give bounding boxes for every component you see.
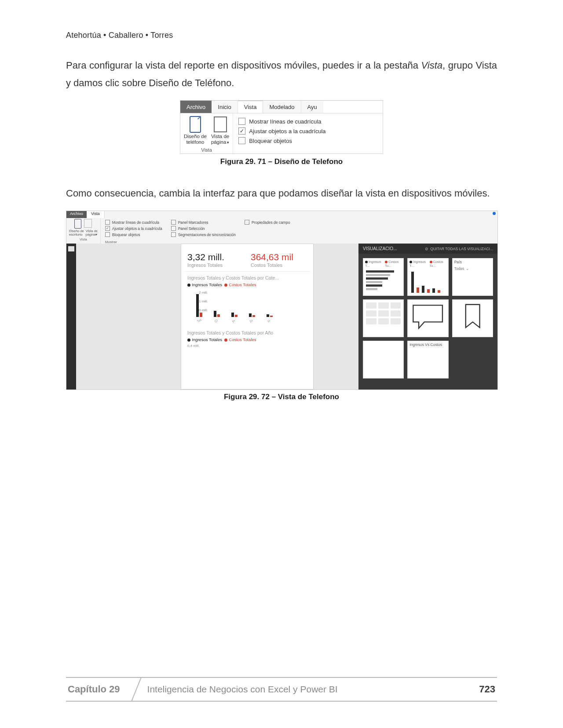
page-view-label: Vista depágina▾	[86, 229, 98, 237]
tab-inicio[interactable]: Inicio	[212, 101, 238, 113]
chevron-down-icon: ⌄	[466, 266, 469, 271]
viz-tile-slicer-pais[interactable]: País Todas⌄	[452, 258, 493, 296]
chevron-down-icon: ▾	[227, 140, 229, 145]
fig2-group-vista: Diseño deescritorio Vista depágina▾ Vist…	[66, 218, 101, 244]
tile2-yaxis: 0,4 mill.	[184, 344, 311, 348]
checkbox-icon	[238, 118, 245, 125]
chk-snap-small[interactable]: ✓Ajustar objetos a la cuadrícula	[105, 226, 162, 231]
xaxis-4: Vi	[267, 319, 271, 324]
btn-page-view[interactable]: Vista de página▾	[211, 116, 230, 145]
footer-page-number: 723	[479, 678, 497, 701]
checkbox-icon	[171, 232, 176, 237]
viz-clear-all[interactable]: ⊘ QUITAR TODAS LAS VISUALIZACI...	[425, 247, 493, 251]
checkbox-icon	[245, 220, 249, 225]
checkbox-icon	[105, 232, 110, 237]
chk-show-gridlines-label: Mostrar líneas de cuadrícula	[249, 118, 321, 125]
footer-divider-icon	[130, 678, 143, 701]
viz-tile-bookmark[interactable]	[452, 299, 493, 337]
desktop-layout-label: Diseño deescritorio	[69, 229, 84, 237]
checkbox-icon	[171, 220, 176, 225]
footer-title: Inteligencia de Negocios con Excel y Pow…	[143, 678, 338, 701]
xaxis-3: Di	[249, 319, 254, 324]
report-view-icon[interactable]	[68, 246, 74, 251]
checkbox-icon	[238, 137, 245, 144]
figure-29-72-caption: Figura 29. 72 – Vista de Telefono	[66, 393, 497, 401]
kpi-costos-value: 364,63 mil	[251, 252, 307, 262]
running-head: Atehortúa • Caballero • Torres	[66, 31, 497, 40]
desktop-layout-icon	[74, 219, 81, 229]
phone-layout-label-2: teléfono	[186, 139, 204, 145]
xaxis-0: Tec	[196, 317, 203, 324]
left-nav-rail	[66, 244, 76, 389]
phone-canvas[interactable]: 3,32 mill. Ingresos Totales 364,63 mil C…	[181, 244, 314, 389]
tile2-title: Ingresos Totales y Costos Totales por Añ…	[184, 327, 311, 337]
tab-archivo[interactable]: Archivo	[180, 101, 212, 113]
xaxis-1: Cl	[214, 319, 219, 324]
emphasis-vista: Vista	[421, 60, 443, 71]
viz-tile-ingresos-vs-costos[interactable]: Ingresos Vs Costos	[407, 341, 448, 379]
phone-layout-icon	[187, 116, 204, 133]
phone-layout-label-1: Diseño de	[184, 134, 207, 139]
btn-phone-layout[interactable]: Diseño de teléfono	[184, 116, 207, 145]
kpi-ingresos-label: Ingresos Totales	[187, 262, 244, 268]
chk-lock-objects-label: Bloquear objetos	[249, 138, 292, 144]
chk-sync-slicers[interactable]: Segmentaciones de sincronización	[171, 232, 236, 237]
page-view-icon	[212, 116, 229, 133]
paragraph-2: Como consecuencia, cambia la interfaz pa…	[66, 185, 497, 202]
checkbox-checked-icon: ✓	[105, 226, 110, 231]
tile2-legend: Ingresos Totales Costos Totales	[184, 337, 311, 344]
tile1-bar-chart[interactable]: 2 mill. 1 mill. 0 mill. Tec Cl In Di Vi	[196, 290, 307, 324]
clear-icon: ⊘	[425, 247, 428, 251]
chk-field-properties[interactable]: Propiedades de campo	[245, 220, 290, 225]
paragraph-1a: Para configurar la vista del reporte en …	[66, 60, 421, 71]
fig2-group-caption: Vista	[80, 237, 87, 241]
figure-29-71: Archivo Inicio Vista Modelado Ayu Diseño…	[180, 100, 383, 153]
footer-chapter: Capítulo 29	[66, 678, 130, 701]
viz-tile-chat[interactable]	[407, 299, 448, 337]
chevron-down-icon: ▾	[95, 233, 97, 237]
kpi-ingresos[interactable]: 3,32 mill. Ingresos Totales	[184, 247, 247, 271]
chk-lock-objects[interactable]: Bloquear objetos	[238, 137, 325, 144]
fig1-group-caption: Vista	[201, 147, 212, 153]
page-view-icon	[84, 219, 92, 228]
chk-bookmarks-panel[interactable]: Panel Marcadores	[171, 220, 236, 225]
fig1-tabstrip: Archivo Inicio Vista Modelado Ayu	[180, 101, 383, 113]
btn-page-view-small[interactable]	[84, 219, 92, 229]
kpi-ingresos-value: 3,32 mill.	[187, 252, 244, 262]
fig2-tab-vista[interactable]: Vista	[87, 211, 105, 218]
btn-desktop-layout[interactable]	[74, 219, 81, 229]
checkbox-icon	[171, 226, 176, 231]
figure-29-71-caption: Figura 29. 71 – Diseño de Telefono	[66, 157, 497, 166]
chk-gridlines-small[interactable]: Mostrar líneas de cuadrícula	[105, 220, 162, 225]
viz-tile-vbar[interactable]: Ingresos T... Costos To...	[407, 258, 448, 296]
fig1-checkbox-group: Mostrar líneas de cuadrícula ✓ Ajustar o…	[233, 113, 331, 153]
viz-tile-button-grid[interactable]	[363, 299, 404, 337]
tile1-legend: Ingresos Totales Costos Totales	[184, 282, 311, 289]
fig2-tab-archivo[interactable]: Archivo	[66, 211, 87, 218]
tab-modelado[interactable]: Modelado	[263, 101, 301, 113]
checkbox-icon	[105, 220, 110, 225]
chk-lock-small[interactable]: Bloquear objetos	[105, 232, 162, 237]
checkbox-checked-icon: ✓	[238, 127, 245, 135]
chk-snap-to-grid[interactable]: ✓ Ajustar objetos a la cuadrícula	[238, 127, 325, 135]
kpi-costos[interactable]: 364,63 mil Costos Totales	[247, 247, 311, 271]
chk-selection-panel[interactable]: Panel Selección	[171, 226, 236, 231]
page-view-label-1: Vista de	[211, 134, 229, 139]
chk-snap-to-grid-label: Ajustar objetos a la cuadrícula	[249, 128, 325, 135]
tab-vista[interactable]: Vista	[238, 100, 263, 113]
viz-panel-title: VISUALIZACIO...	[363, 246, 397, 251]
viz-clear-all-label: QUITAR TODAS LAS VISUALIZACI...	[430, 247, 493, 251]
page-view-label-2: página	[211, 139, 227, 145]
speech-bubble-icon	[410, 302, 445, 330]
viz-tile-hbar[interactable]: Ingresos T... Costos To...	[363, 258, 404, 296]
tile1-title: Ingresos Totales y Costos Totales por Ca…	[184, 272, 311, 282]
visualizations-panel: VISUALIZACIO... ⊘ QUITAR TODAS LAS VISUA…	[358, 244, 497, 389]
bookmark-icon	[455, 302, 490, 330]
paragraph-1: Para configurar la vista del reporte en …	[66, 57, 497, 91]
tab-ayuda[interactable]: Ayu	[301, 101, 323, 113]
figure-29-72: Archivo Vista Diseño deescritorio	[66, 211, 498, 390]
kpi-costos-label: Costos Totales	[251, 262, 307, 268]
viz-tile-blank[interactable]	[363, 341, 404, 379]
fig1-group-vista: Diseño de teléfono Vista de página▾ Vist…	[180, 113, 233, 153]
chk-show-gridlines[interactable]: Mostrar líneas de cuadrícula	[238, 118, 325, 125]
